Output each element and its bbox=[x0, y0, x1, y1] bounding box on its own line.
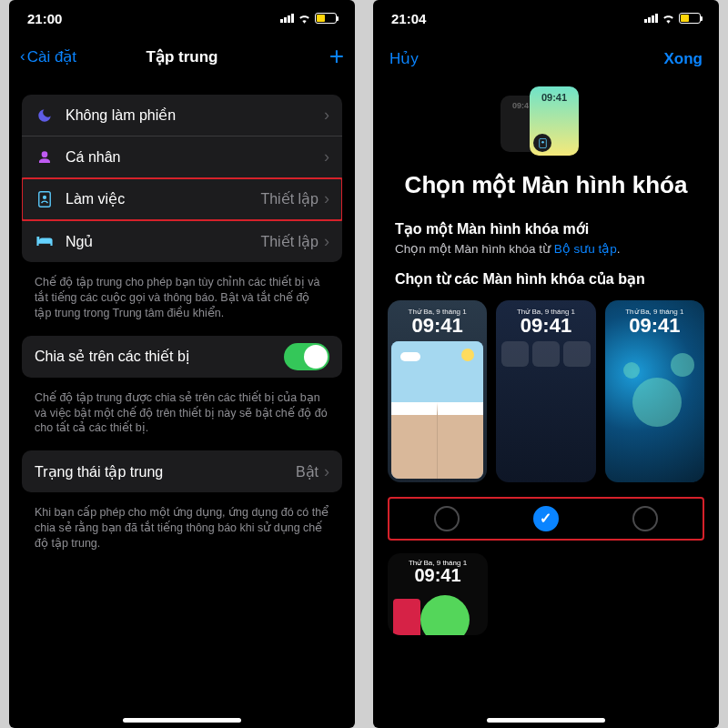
row-detail: Bật bbox=[296, 463, 318, 480]
cell-signal-icon bbox=[644, 14, 658, 23]
thumb-time: 09:41 bbox=[388, 314, 487, 338]
thumb-time: 09:41 bbox=[605, 314, 704, 338]
back-label: Cài đặt bbox=[27, 47, 76, 66]
create-section[interactable]: Tạo một Màn hình khóa mới Chọn một Màn h… bbox=[373, 220, 719, 270]
svg-point-3 bbox=[541, 140, 544, 143]
row-detail: Thiết lập bbox=[260, 233, 318, 250]
choose-title: Chọn từ các Màn hình khóa của bạn bbox=[395, 270, 697, 288]
lockscreen-thumbs-row2: Thứ Ba, 9 tháng 1 09:41 bbox=[373, 541, 719, 635]
lockscreen-thumb-3[interactable]: Thứ Ba, 9 tháng 1 09:41 bbox=[605, 300, 704, 482]
chevron-right-icon: › bbox=[324, 189, 329, 208]
thumb-day: Thứ Ba, 9 tháng 1 bbox=[605, 300, 704, 316]
group-footer: Chế độ tập trung được chia sẻ trên các t… bbox=[22, 385, 342, 451]
back-button[interactable]: ‹ Cài đặt bbox=[20, 47, 76, 66]
content: Không làm phiền › Cá nhân › Làm việc Thi… bbox=[9, 76, 355, 728]
mini-phone-front: 09:41 bbox=[530, 86, 579, 156]
create-subtitle: Chọn một Màn hình khóa từ Bộ sưu tập. bbox=[395, 241, 697, 256]
row-share-across-devices[interactable]: Chia sẻ trên các thiết bị bbox=[22, 336, 342, 378]
home-indicator[interactable] bbox=[487, 718, 605, 723]
row-label: Trạng thái tập trung bbox=[35, 463, 296, 480]
row-label: Chia sẻ trên các thiết bị bbox=[35, 348, 284, 365]
thumb-widgets bbox=[496, 341, 595, 367]
id-badge-icon bbox=[35, 191, 55, 207]
selection-row: ✓ bbox=[388, 497, 704, 541]
thumb-photo bbox=[391, 341, 483, 479]
thumb-day: Thứ Ba, 9 tháng 1 bbox=[496, 300, 595, 316]
status-bar: 21:00 bbox=[9, 0, 355, 36]
nav-bar: ‹ Cài đặt Tập trung + bbox=[9, 36, 355, 76]
person-icon bbox=[35, 150, 55, 165]
share-group: Chia sẻ trên các thiết bị bbox=[22, 336, 342, 378]
mini-time: 09:41 bbox=[541, 92, 567, 103]
row-work[interactable]: Làm việc Thiết lập › bbox=[22, 178, 342, 220]
wifi-icon bbox=[662, 13, 675, 24]
status-bar: 21:04 bbox=[373, 0, 719, 36]
row-label: Không làm phiền bbox=[66, 106, 324, 124]
chevron-right-icon: › bbox=[324, 462, 329, 481]
focus-modes-group: Không làm phiền › Cá nhân › Làm việc Thi… bbox=[22, 95, 342, 262]
row-label: Cá nhân bbox=[66, 149, 324, 166]
row-do-not-disturb[interactable]: Không làm phiền › bbox=[22, 95, 342, 136]
add-button[interactable]: + bbox=[329, 42, 344, 71]
thumb-time: 09:41 bbox=[496, 314, 595, 338]
row-label: Ngủ bbox=[66, 233, 260, 250]
group-footer: Chế độ tập trung cho phép bạn tùy chỉnh … bbox=[22, 269, 342, 336]
moon-icon bbox=[35, 107, 55, 124]
status-indicators bbox=[280, 13, 337, 24]
row-label: Làm việc bbox=[66, 190, 260, 207]
chevron-left-icon: ‹ bbox=[20, 47, 25, 66]
chevron-right-icon: › bbox=[324, 106, 329, 125]
check-icon: ✓ bbox=[540, 510, 551, 527]
cancel-button[interactable]: Hủy bbox=[389, 49, 419, 68]
collection-link[interactable]: Bộ sưu tập bbox=[554, 242, 617, 256]
row-sleep[interactable]: Ngủ Thiết lập › bbox=[22, 220, 342, 262]
lockscreen-thumb-4[interactable]: Thứ Ba, 9 tháng 1 09:41 bbox=[388, 553, 488, 635]
hero-illustration: 09:4 09:41 bbox=[373, 74, 719, 163]
work-badge-icon bbox=[533, 134, 551, 152]
battery-icon bbox=[315, 13, 337, 24]
radio-2-checked[interactable]: ✓ bbox=[533, 506, 559, 531]
done-button[interactable]: Xong bbox=[664, 50, 703, 68]
cell-signal-icon bbox=[280, 14, 294, 23]
thumb-time: 09:41 bbox=[388, 565, 488, 586]
svg-point-1 bbox=[43, 195, 46, 198]
modal-title: Chọn một Màn hình khóa bbox=[373, 163, 719, 220]
chevron-right-icon: › bbox=[324, 232, 329, 251]
bed-icon bbox=[35, 235, 55, 248]
row-personal[interactable]: Cá nhân › bbox=[22, 136, 342, 178]
radio-1[interactable] bbox=[434, 506, 460, 531]
home-indicator[interactable] bbox=[123, 718, 241, 723]
create-title: Tạo một Màn hình khóa mới bbox=[395, 220, 697, 238]
mini-time: 09:4 bbox=[512, 101, 529, 110]
group-footer: Khi bạn cấp phép cho một ứng dụng, ứng d… bbox=[22, 500, 342, 566]
choose-section-header: Chọn từ các Màn hình khóa của bạn bbox=[373, 270, 719, 295]
radio-3[interactable] bbox=[632, 506, 658, 531]
status-group: Trạng thái tập trung Bật › bbox=[22, 450, 342, 492]
row-focus-status[interactable]: Trạng thái tập trung Bật › bbox=[22, 450, 342, 492]
wifi-icon bbox=[298, 13, 311, 24]
right-screenshot: 21:04 Hủy Xong 09:4 09:41 Chọn một Màn h… bbox=[373, 0, 719, 728]
thumb-day: Thứ Ba, 9 tháng 1 bbox=[388, 300, 487, 316]
status-time: 21:00 bbox=[27, 11, 62, 26]
left-screenshot: 21:00 ‹ Cài đặt Tập trung + Không làm ph… bbox=[9, 0, 355, 728]
share-toggle[interactable] bbox=[284, 343, 329, 370]
modal-header: Hủy Xong bbox=[373, 36, 719, 74]
status-time: 21:04 bbox=[391, 11, 426, 26]
chevron-right-icon: › bbox=[324, 147, 329, 167]
lockscreen-thumbs: Thứ Ba, 9 tháng 1 09:41 Thứ Ba, 9 tháng … bbox=[373, 300, 719, 482]
row-detail: Thiết lập bbox=[260, 190, 318, 207]
lockscreen-thumb-2[interactable]: Thứ Ba, 9 tháng 1 09:41 bbox=[496, 300, 595, 482]
battery-icon bbox=[679, 13, 701, 24]
status-indicators bbox=[644, 13, 701, 24]
lockscreen-thumb-1[interactable]: Thứ Ba, 9 tháng 1 09:41 bbox=[388, 300, 487, 482]
